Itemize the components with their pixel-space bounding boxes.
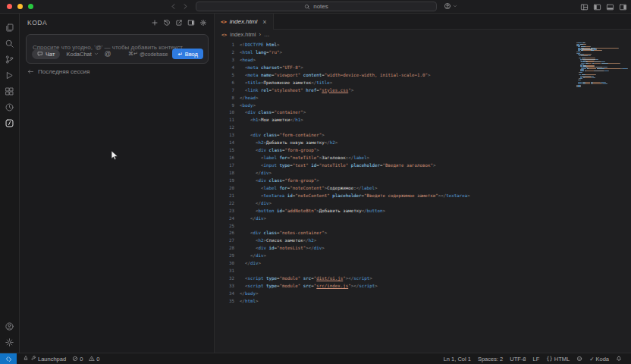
- command-center-search[interactable]: notes: [196, 2, 437, 11]
- activity-files[interactable]: [2, 20, 18, 36]
- code-line[interactable]: </div>: [240, 260, 470, 268]
- close-window-button[interactable]: [7, 4, 12, 9]
- chevron-down-icon: [453, 4, 457, 8]
- chat-mode-pill[interactable]: Чат: [32, 49, 60, 59]
- tab-index-html[interactable]: <> index.html ×: [215, 14, 274, 30]
- indentation-status[interactable]: Spaces: 2: [478, 356, 503, 362]
- check-icon: ✓: [589, 356, 594, 362]
- code-line[interactable]: <script type="module" src="dist/ui.js"><…: [240, 275, 470, 283]
- activity-run-debug[interactable]: [2, 67, 18, 83]
- panel-bottom-icon[interactable]: [606, 3, 614, 11]
- activity-account[interactable]: [2, 318, 18, 334]
- codebase-hint[interactable]: ⌘↵ @codebase: [128, 51, 168, 57]
- code-line[interactable]: </div>: [240, 200, 470, 208]
- titlebar-account-button[interactable]: [444, 2, 457, 10]
- model-selector[interactable]: KodaChat: [66, 51, 98, 58]
- code-line[interactable]: [240, 268, 470, 275]
- remote-indicator[interactable]: [0, 353, 17, 364]
- code-line[interactable]: <head>: [240, 57, 470, 64]
- code-line[interactable]: <link rel="stylesheet" href="styles.css"…: [240, 87, 470, 95]
- code-line[interactable]: <div class="container">: [240, 109, 470, 117]
- minimize-window-button[interactable]: [17, 4, 23, 9]
- code-line[interactable]: <div class="form-group">: [240, 177, 470, 185]
- code-line[interactable]: [240, 124, 470, 132]
- history-icon[interactable]: [163, 19, 171, 27]
- code-line[interactable]: <meta charset="UTF-8">: [240, 64, 470, 72]
- tab-close-icon[interactable]: ×: [262, 18, 266, 26]
- code-line[interactable]: <div class="notes-container">: [240, 230, 470, 237]
- sidebar-left-icon[interactable]: [593, 3, 601, 11]
- warning-icon: [89, 356, 95, 362]
- notifications-bell[interactable]: [616, 356, 622, 362]
- eol-status[interactable]: LF: [533, 356, 540, 362]
- code-line[interactable]: </html>: [240, 298, 470, 306]
- code-line[interactable]: </div>: [240, 215, 470, 223]
- code-line[interactable]: <div id="notesList"></div>: [240, 245, 470, 253]
- tab-label: index.html: [230, 18, 257, 25]
- activity-extensions[interactable]: [2, 83, 18, 99]
- code-line[interactable]: </head>: [240, 95, 470, 102]
- code-line[interactable]: <div class="form-container">: [240, 132, 470, 140]
- code-line[interactable]: <h2>Список заметок</h2>: [240, 237, 470, 245]
- settings-gear-icon: [5, 337, 14, 347]
- code-line[interactable]: <button id="addNoteBtn">Добавить заметку…: [240, 208, 470, 215]
- files-icon: [5, 23, 14, 33]
- code-line[interactable]: <meta name="viewport" content="width=dev…: [240, 72, 470, 80]
- code-line[interactable]: <body>: [240, 102, 470, 110]
- nav-forward-icon[interactable]: [182, 3, 189, 10]
- code-line[interactable]: <html lang="ru">: [240, 49, 470, 57]
- panel-layout-icon[interactable]: [187, 19, 195, 27]
- minimap[interactable]: [576, 42, 629, 87]
- warnings-count: 0: [96, 356, 99, 362]
- gear-icon[interactable]: [199, 19, 207, 27]
- code-line[interactable]: </div>: [240, 170, 470, 177]
- plus-icon[interactable]: [151, 19, 159, 27]
- code-area[interactable]: 1234567891011121314151617181920212223242…: [215, 39, 631, 353]
- warnings-status[interactable]: 0: [89, 356, 99, 362]
- activity-search[interactable]: [2, 36, 18, 52]
- code-line[interactable]: [240, 223, 470, 231]
- encoding-status[interactable]: UTF-8: [510, 356, 526, 362]
- code-line[interactable]: <h2>Добавить новую заметку</h2>: [240, 140, 470, 147]
- nav-back-icon[interactable]: [170, 3, 177, 10]
- activity-koda[interactable]: [2, 115, 18, 131]
- open-external-icon[interactable]: [175, 19, 183, 27]
- code-line[interactable]: <!DOCTYPE html>: [240, 42, 470, 49]
- language-status[interactable]: {} HTML: [546, 356, 570, 362]
- code-line[interactable]: <div class="form-group">: [240, 147, 470, 155]
- mention-button[interactable]: @: [105, 50, 111, 58]
- koda-status[interactable]: ✓ Koda: [589, 356, 609, 362]
- code-line[interactable]: <input type="text" id="noteTitle" placeh…: [240, 162, 470, 170]
- line-numbers: 1234567891011121314151617181920212223242…: [215, 42, 234, 353]
- sidebar-right-icon[interactable]: [619, 3, 627, 11]
- layout-customize-icon[interactable]: [580, 3, 589, 11]
- code-line[interactable]: <label for="noteTitle">Заголовок:</label…: [240, 155, 470, 162]
- launchpad-status[interactable]: Launchpad: [23, 356, 66, 362]
- breadcrumb-more[interactable]: …: [264, 31, 270, 38]
- send-button[interactable]: ↵ Ввод: [172, 49, 203, 59]
- problems-status[interactable]: 0: [72, 356, 83, 362]
- zoom-window-button[interactable]: [28, 4, 33, 9]
- feedback-button[interactable]: [576, 356, 582, 362]
- cursor-position-status[interactable]: Ln 1, Col 1: [444, 356, 471, 362]
- workbench: KODA Чат KodaChat @ ⌘↵ @codebase: [0, 14, 631, 353]
- last-session-link[interactable]: Последняя сессия: [27, 68, 89, 75]
- code-line[interactable]: <script type="module" src="src/index.js"…: [240, 283, 470, 290]
- code-line[interactable]: </div>: [240, 253, 470, 260]
- code-line[interactable]: </body>: [240, 290, 470, 298]
- launchpad-label: Launchpad: [38, 356, 66, 362]
- code-line[interactable]: <h1>Мои заметки</h1>: [240, 117, 470, 124]
- activity-source-control[interactable]: [2, 52, 18, 67]
- code-line[interactable]: <textarea id="noteContent" placeholder="…: [240, 193, 470, 200]
- breadcrumb[interactable]: <> index.html › …: [215, 30, 631, 39]
- activity-settings-gear[interactable]: [2, 334, 18, 350]
- search-icon: [5, 39, 14, 49]
- remote-icon: [5, 356, 12, 362]
- code-line[interactable]: <title>Приложение заметок</title>: [240, 80, 470, 87]
- activity-timeline[interactable]: [2, 99, 18, 115]
- koda-panel: KODA Чат KodaChat @ ⌘↵ @codebase: [20, 14, 215, 353]
- codebase-keys: ⌘↵: [128, 51, 138, 57]
- code-line[interactable]: <label for="noteContent">Содержимое:</la…: [240, 185, 470, 193]
- koda-icon: [5, 118, 14, 128]
- breadcrumb-file[interactable]: index.html: [230, 31, 256, 38]
